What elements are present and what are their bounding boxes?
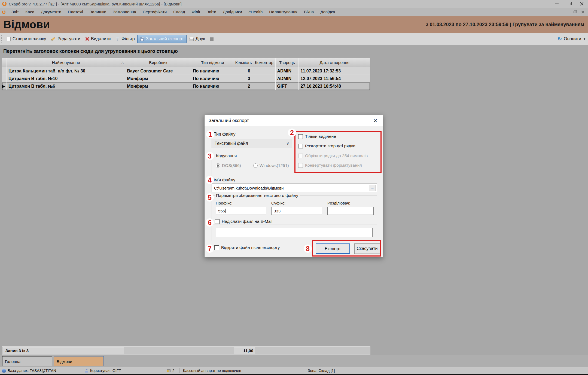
radio-selected-icon xyxy=(216,163,220,168)
cell-created-date: 12.07.2023 11:56:54 xyxy=(299,75,370,83)
suffix-value: 333 xyxy=(274,209,281,213)
file-type-select[interactable]: Текстовый файл ∨ xyxy=(212,139,292,148)
menu-vikna[interactable]: Вікна xyxy=(301,8,317,16)
browse-button[interactable]: ... xyxy=(369,185,376,191)
separator-value: _ xyxy=(330,209,332,213)
minimize-button[interactable] xyxy=(550,0,563,8)
zone-label: Зона: Склад [1] xyxy=(308,368,335,373)
dialog-close-button[interactable]: × xyxy=(372,117,379,125)
cell-quantity: 3 xyxy=(234,75,253,83)
cell-name: Цитра Кальцемин таб. п/о фл. № 30 xyxy=(7,67,125,75)
export-button[interactable]: Експорт xyxy=(316,243,350,254)
column-header-creator[interactable]: Творець xyxy=(276,58,299,67)
checkbox-icon xyxy=(298,163,303,168)
cell-name: Цитрамон В табл. №6 xyxy=(7,83,125,90)
delete-x-icon xyxy=(85,37,89,41)
menu-zamovlennia[interactable]: Замовлення xyxy=(109,8,139,16)
group-by-hint[interactable]: Перетягніть заголовок колонки сюди для у… xyxy=(3,48,178,54)
email-input[interactable] xyxy=(216,228,373,237)
dialog-title: Загальний експорт xyxy=(209,118,249,123)
database-label: База даних: TASA3@TITAN xyxy=(8,368,56,373)
table-row[interactable]: Цитрамон В табл. №10 Монфарм По наличию … xyxy=(2,75,370,83)
column-header-comment-label: Коментар xyxy=(255,60,273,65)
prefix-input[interactable]: 555 xyxy=(216,207,266,215)
table-row[interactable]: Цитра Кальцемин таб. п/о фл. № 30 Bayer … xyxy=(2,67,370,75)
column-header-quantity[interactable]: Кількість xyxy=(234,58,253,67)
only-selected-checkbox[interactable]: Тільки виділене xyxy=(298,134,336,139)
restore-button[interactable] xyxy=(563,0,575,8)
cell-comment xyxy=(253,75,276,83)
column-header-quantity-label: Кількість xyxy=(235,60,252,65)
sort-ascending-icon[interactable]: △ xyxy=(121,61,124,64)
menu-zalyshky[interactable]: Залишки xyxy=(86,8,110,16)
create-request-button[interactable]: Створити заявку xyxy=(5,35,48,43)
column-header-comment[interactable]: Коментар xyxy=(253,58,276,67)
close-button[interactable] xyxy=(575,0,588,8)
suffix-input[interactable]: 333 xyxy=(271,207,322,215)
refresh-button[interactable]: ↻ Оновити ▾ xyxy=(557,33,585,45)
menu-sklad[interactable]: Склад xyxy=(170,8,188,16)
column-header-created-date[interactable]: Дата створення xyxy=(299,58,370,67)
table-row-selected[interactable]: ▶ Цитрамон В табл. №6 Монфарм По наличию… xyxy=(2,83,370,90)
app-logo-icon xyxy=(2,2,7,6)
cell-created-date: 11.07.2023 17:32:53 xyxy=(299,67,370,75)
tab-vidmovy[interactable]: Відмови xyxy=(54,356,104,366)
general-export-button[interactable]: Загальний експорт xyxy=(137,35,187,43)
mdi-minimize-button[interactable] xyxy=(562,9,569,15)
column-chooser-button[interactable] xyxy=(208,36,216,42)
refresh-icon: ↻ xyxy=(557,36,562,41)
print-label: Друк xyxy=(196,36,205,41)
menu-dokumenty[interactable]: Документи xyxy=(38,8,65,16)
user-label: Користувач: GIFT xyxy=(90,368,121,373)
menu-dovidka[interactable]: Довідка xyxy=(317,8,338,16)
cash-connection-status: Кассовый аппарат не подключен xyxy=(183,367,241,374)
tab-holovna[interactable]: Головна xyxy=(2,356,52,366)
selected-row-marker-icon: ▶ xyxy=(2,83,7,90)
menu-dovidnyky[interactable]: Довідники xyxy=(220,8,245,16)
mdi-restore-icon xyxy=(573,11,575,13)
delete-label: Видалити xyxy=(91,36,111,41)
row-indicator-header[interactable] xyxy=(2,58,7,67)
checkbox-icon xyxy=(298,154,303,158)
page-header: Відмови з 01.03.2023 по 27.10.2023 23:59… xyxy=(0,16,588,33)
cell-comment xyxy=(253,83,276,90)
text-cursor xyxy=(225,209,226,213)
cancel-button[interactable]: Скасувати xyxy=(354,243,380,254)
menu-zvit[interactable]: Звіт xyxy=(8,8,22,16)
page-title: Відмови xyxy=(3,19,50,31)
filename-input[interactable]: C:\Users\m.kuhot\Downloads\Відмови ... xyxy=(212,184,377,192)
expand-collapsed-rows-checkbox[interactable]: Розгортати згорнуті рядки xyxy=(298,144,355,148)
mdi-close-button[interactable] xyxy=(579,9,586,15)
encoding-group: Кодування DOS(866) Windows(1251) xyxy=(212,156,292,176)
mdi-minimize-icon xyxy=(564,12,567,12)
menu-sertyfikaty[interactable]: Сертифікати xyxy=(139,8,170,16)
refresh-dropdown-icon[interactable]: ▾ xyxy=(584,37,585,41)
separator-input[interactable]: _ xyxy=(327,207,374,215)
cash-register-count: 2 xyxy=(172,368,175,373)
column-header-manufacturer[interactable]: Виробник xyxy=(125,58,191,67)
menu-ehealth[interactable]: eHealth xyxy=(245,8,266,16)
status-separator xyxy=(304,368,304,373)
delete-button[interactable]: Видалити xyxy=(83,35,113,43)
column-header-name[interactable]: Найменування △ xyxy=(7,58,125,67)
cell-refusal-type: По наличию xyxy=(191,83,234,90)
menu-zvity[interactable]: Звіти xyxy=(203,8,220,16)
cell-creator: ADMIN xyxy=(276,75,299,83)
create-request-label: Створити заявку xyxy=(13,36,46,41)
open-after-export-checkbox[interactable]: Відкрити файл після експорту xyxy=(214,245,280,250)
cell-quantity: 6 xyxy=(234,67,253,75)
menu-nalashtuvannia[interactable]: Налаштування xyxy=(266,8,301,16)
filter-button[interactable]: Фільтр xyxy=(113,35,137,43)
annotation-5: 5 xyxy=(206,193,214,202)
print-button[interactable]: Друк xyxy=(187,35,208,43)
column-header-refusal-type[interactable]: Тип відмови xyxy=(191,58,234,67)
mdi-restore-button[interactable] xyxy=(571,9,578,15)
menu-filii[interactable]: Філії xyxy=(188,8,203,16)
checkbox-icon xyxy=(298,134,303,139)
menu-kasa[interactable]: Каса xyxy=(22,8,38,16)
menu-platezhi[interactable]: Платежі xyxy=(65,8,86,16)
annotation-6: 6 xyxy=(206,218,214,227)
edit-button[interactable]: Редагувати xyxy=(48,35,83,43)
send-email-checkbox[interactable]: Надіслати файл на E-Mail xyxy=(214,219,275,224)
filter-label: Фільтр xyxy=(121,36,135,41)
